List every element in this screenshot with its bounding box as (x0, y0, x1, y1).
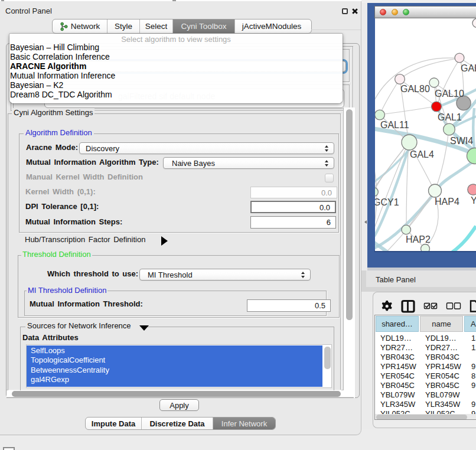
svg-text:GAL11: GAL11 (380, 120, 409, 130)
svg-text:GAL80: GAL80 (400, 84, 430, 94)
svg-text:HAP4: HAP4 (435, 197, 459, 207)
svg-text:GAL1: GAL1 (438, 112, 462, 122)
svg-text:GAL10: GAL10 (435, 89, 464, 99)
svg-text:Y: Y (471, 195, 476, 206)
svg-text:GAL: GAL (461, 63, 476, 73)
svg-text:HAP2: HAP2 (406, 234, 431, 244)
svg-text:GAL4: GAL4 (410, 149, 434, 159)
svg-text:GCY1: GCY1 (375, 197, 399, 207)
svg-text:SWI4: SWI4 (450, 136, 473, 146)
